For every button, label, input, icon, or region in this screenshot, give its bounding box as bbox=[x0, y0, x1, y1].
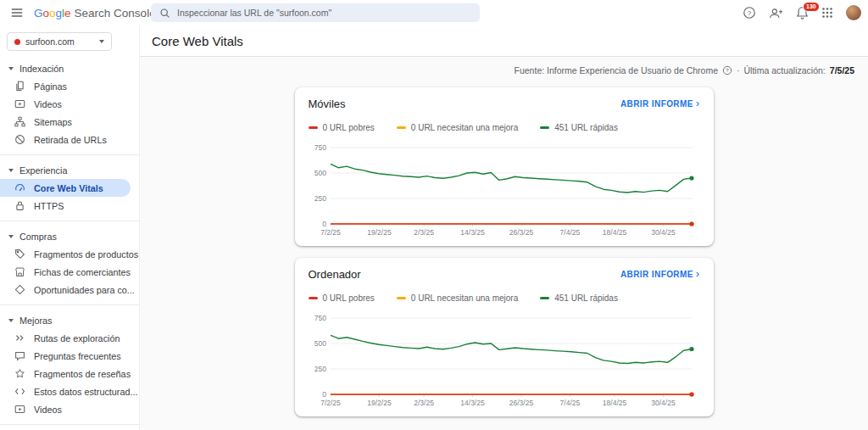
notifications-bell-icon[interactable]: 130 bbox=[796, 6, 809, 20]
svg-text:2/3/25: 2/3/25 bbox=[414, 228, 434, 237]
core-web-vitals-icon bbox=[14, 182, 25, 193]
svg-text:30/4/25: 30/4/25 bbox=[651, 399, 676, 407]
report-meta: Fuente: Informe Experiencia de Usuario d… bbox=[140, 57, 868, 75]
property-name: surfoon.com bbox=[25, 36, 94, 47]
last-update-date: 7/5/25 bbox=[830, 65, 854, 75]
url-inspection-search-input[interactable]: Inspeccionar las URL de "surfoon.com" bbox=[151, 3, 480, 22]
property-selector[interactable]: surfoon.com bbox=[7, 32, 112, 51]
sidebar-divider bbox=[0, 154, 139, 155]
svg-text:30/4/25: 30/4/25 bbox=[651, 228, 676, 237]
pages-icon bbox=[14, 81, 25, 92]
structured-data-icon bbox=[14, 386, 25, 397]
video-icon bbox=[14, 404, 25, 415]
sidebar-item-paginas[interactable]: Páginas bbox=[0, 77, 139, 95]
svg-text:250: 250 bbox=[314, 365, 326, 373]
svg-text:19/2/25: 19/2/25 bbox=[367, 228, 392, 237]
sidebar-item-core-web-vitals[interactable]: Core Web Vitals bbox=[0, 179, 131, 197]
svg-text:500: 500 bbox=[314, 169, 326, 177]
legend-swatch-red bbox=[309, 126, 318, 129]
legend-swatch-red bbox=[309, 297, 318, 299]
help-icon[interactable]: ? bbox=[743, 6, 756, 20]
desktop-cwv-line-chart: 02505007507/2/2519/2/252/3/2514/3/2526/3… bbox=[309, 310, 698, 408]
storefront-icon bbox=[14, 266, 25, 277]
chevron-right-icon bbox=[696, 99, 700, 109]
sidebar-divider bbox=[0, 304, 139, 305]
last-update-label: Última actualización: bbox=[744, 65, 826, 75]
notification-count-badge: 130 bbox=[803, 2, 820, 12]
google-wordmark: Google bbox=[34, 7, 71, 20]
svg-text:7/4/25: 7/4/25 bbox=[559, 399, 580, 407]
collapse-triangle-icon bbox=[8, 235, 14, 238]
apps-grid-icon[interactable] bbox=[821, 7, 833, 19]
sidebar-item-https[interactable]: HTTPS bbox=[0, 197, 139, 215]
svg-text:750: 750 bbox=[314, 143, 326, 152]
product-name: Search Console bbox=[75, 7, 156, 20]
menu-icon[interactable] bbox=[8, 4, 25, 21]
section-indexacion[interactable]: Indexación bbox=[0, 59, 139, 77]
open-report-link-mobile[interactable]: ABRIR INFORME bbox=[620, 99, 700, 109]
legend-item-poor: 0 URL pobres bbox=[309, 293, 375, 303]
section-mejoras[interactable]: Mejoras bbox=[0, 311, 139, 329]
svg-text:?: ? bbox=[726, 68, 729, 73]
tag-icon bbox=[14, 249, 25, 260]
mobile-cwv-card: Móviles ABRIR INFORME 0 URL pobres 0 URL… bbox=[295, 87, 714, 246]
legend-swatch-orange bbox=[397, 297, 406, 299]
mobile-cwv-line-chart: 02505007507/2/2519/2/252/3/2514/3/2526/3… bbox=[309, 139, 698, 237]
sidebar-item-rutas-exploracion[interactable]: Rutas de exploración bbox=[0, 329, 139, 347]
sidebar-item-fragmentos-productos[interactable]: Fragmentos de productos bbox=[0, 245, 139, 263]
sidebar-item-videos[interactable]: Videos bbox=[0, 95, 139, 113]
svg-text:?: ? bbox=[748, 9, 752, 17]
collapse-triangle-icon bbox=[8, 67, 14, 70]
svg-text:26/3/25: 26/3/25 bbox=[509, 399, 533, 407]
add-user-icon[interactable] bbox=[769, 7, 783, 20]
card-title-ordenador: Ordenador bbox=[309, 268, 361, 281]
desktop-cwv-card: Ordenador ABRIR INFORME 0 URL pobres 0 U… bbox=[295, 258, 714, 416]
chevron-right-icon bbox=[696, 270, 700, 279]
sidebar-item-videos-mejoras[interactable]: Videos bbox=[0, 400, 139, 418]
app-logo[interactable]: Google Search Console bbox=[34, 7, 156, 20]
sidebar-divider bbox=[0, 424, 139, 425]
legend-item-poor: 0 URL pobres bbox=[309, 123, 375, 132]
svg-text:0: 0 bbox=[322, 390, 326, 399]
sidebar-item-fragmentos-resenas[interactable]: Fragmentos de reseñas bbox=[0, 365, 139, 383]
property-status-dot bbox=[14, 39, 20, 45]
svg-text:14/3/25: 14/3/25 bbox=[460, 228, 485, 237]
faq-bubble-icon bbox=[14, 350, 25, 361]
svg-text:0: 0 bbox=[322, 220, 326, 228]
open-report-link-desktop[interactable]: ABRIR INFORME bbox=[620, 270, 700, 279]
sidebar-item-oportunidades[interactable]: Oportunidades para co... bbox=[0, 281, 139, 299]
svg-text:14/3/25: 14/3/25 bbox=[460, 399, 485, 407]
legend-swatch-green bbox=[540, 126, 549, 129]
source-note: Fuente: Informe Experiencia de Usuario d… bbox=[515, 65, 718, 75]
svg-text:2/3/25: 2/3/25 bbox=[414, 399, 434, 407]
legend-item-needs-improvement: 0 URL necesitan una mejora bbox=[397, 123, 518, 132]
sidebar-item-sitemaps[interactable]: Sitemaps bbox=[0, 113, 139, 131]
meta-separator: · bbox=[737, 65, 740, 75]
collapse-triangle-icon bbox=[8, 319, 14, 322]
legend-item-good: 451 URL rápidas bbox=[540, 293, 618, 303]
svg-text:19/2/25: 19/2/25 bbox=[367, 399, 392, 407]
sitemap-icon bbox=[14, 116, 25, 127]
svg-text:26/3/25: 26/3/25 bbox=[509, 228, 533, 237]
legend-swatch-green bbox=[540, 297, 549, 299]
section-compras[interactable]: Compras bbox=[0, 227, 139, 245]
sidebar-item-retirada-urls[interactable]: Retirada de URLs bbox=[0, 131, 139, 148]
chevron-down-icon bbox=[99, 40, 104, 43]
svg-text:750: 750 bbox=[314, 314, 326, 322]
legend-item-needs-improvement: 0 URL necesitan una mejora bbox=[397, 293, 518, 303]
section-experiencia[interactable]: Experiencia bbox=[0, 161, 139, 179]
svg-text:250: 250 bbox=[314, 194, 326, 203]
legend: 0 URL pobres 0 URL necesitan una mejora … bbox=[309, 293, 700, 303]
svg-text:7/4/25: 7/4/25 bbox=[559, 228, 580, 237]
sidebar-item-fichas-comerciantes[interactable]: Fichas de comerciantes bbox=[0, 263, 139, 281]
svg-text:18/4/25: 18/4/25 bbox=[602, 399, 626, 407]
user-avatar[interactable] bbox=[846, 5, 861, 20]
sidebar-item-preguntas-frecuentes[interactable]: Preguntas frecuentes bbox=[0, 347, 139, 365]
diamond-icon bbox=[14, 284, 25, 295]
info-icon[interactable]: ? bbox=[722, 65, 732, 75]
video-icon bbox=[14, 98, 25, 109]
sidebar-item-datos-estructurados[interactable]: Estos datos estructurad... bbox=[0, 383, 139, 400]
page-title: Core Web Vitals bbox=[152, 34, 243, 48]
legend-item-good: 451 URL rápidas bbox=[540, 123, 618, 132]
svg-text:500: 500 bbox=[314, 339, 326, 348]
